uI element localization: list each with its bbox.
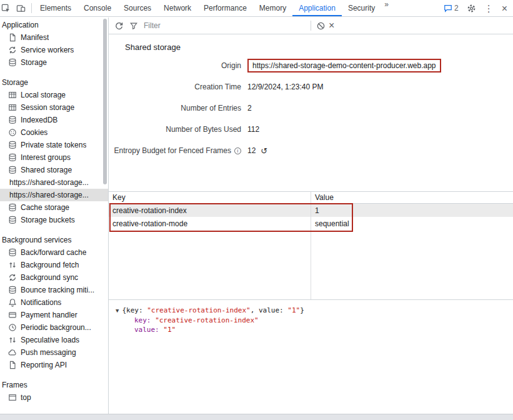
sidebar-item-session-storage[interactable]: Session storage <box>0 101 108 114</box>
sidebar-item-bounce-tracking[interactable]: Bounce tracking miti... <box>0 284 108 296</box>
sidebar-item-cache-storage[interactable]: Cache storage <box>0 201 108 214</box>
shared-storage-panel: × Shared storage Origin https://shared-s… <box>109 18 513 414</box>
application-sidebar: Application Manifest Service workers Sto… <box>0 18 109 414</box>
sidebar-item-label: Storage buckets <box>21 216 75 224</box>
entry-preview-pane: ▼{key: "creative-rotation-index", value:… <box>109 301 513 414</box>
preview-summary-line: ▼{key: "creative-rotation-index", value:… <box>116 306 513 316</box>
payment-card-icon <box>8 311 17 319</box>
filter-funnel-icon <box>129 21 138 30</box>
document-icon <box>8 361 17 369</box>
up-down-arrows-icon <box>8 336 17 344</box>
preview-string: "1" <box>287 306 300 314</box>
horizontal-scrollbar[interactable] <box>0 414 513 420</box>
sidebar-item-label: Shared storage <box>21 166 72 174</box>
sidebar-item-cookies[interactable]: Cookies <box>0 126 108 139</box>
sidebar-item-push-messaging[interactable]: Push messaging <box>0 346 108 359</box>
sidebar-item-label: Session storage <box>21 103 74 112</box>
sidebar-item-shared-storage[interactable]: Shared storage <box>0 164 108 176</box>
caret-down-icon[interactable]: ▼ <box>116 308 119 314</box>
sidebar-item-back-forward-cache[interactable]: Back/forward cache <box>0 246 108 259</box>
tab-network[interactable]: Network <box>157 0 197 16</box>
issues-counter[interactable]: 2 <box>444 4 459 12</box>
database-icon <box>8 248 17 257</box>
sidebar-item-speculative-loads[interactable]: Speculative loads <box>0 334 108 346</box>
sidebar-item-top-frame[interactable]: top <box>0 391 108 404</box>
sidebar-item-service-workers[interactable]: Service workers <box>0 44 108 56</box>
sidebar-item-label: Back/forward cache <box>21 248 86 257</box>
preview-text: } <box>300 306 304 314</box>
refresh-icon[interactable] <box>114 21 124 31</box>
sidebar-item-local-storage[interactable]: Local storage <box>0 89 108 101</box>
sidebar-item-payment-handler[interactable]: Payment handler <box>0 309 108 321</box>
sidebar-item-manifest[interactable]: Manifest <box>0 31 108 44</box>
tab-performance[interactable]: Performance <box>197 0 253 16</box>
field-creation-time: Creation Time 12/9/2024, 1:23:40 PM <box>109 76 513 98</box>
sidebar-item-label: Service workers <box>21 46 74 54</box>
table-grid-icon <box>8 91 17 99</box>
origin-value-highlighted: https://shared-storage-demo-content-prod… <box>247 59 441 72</box>
sidebar-item-background-fetch[interactable]: Background fetch <box>0 259 108 271</box>
field-label: Entropy Budget for Fenced Frames <box>114 146 231 155</box>
info-icon[interactable]: i <box>234 148 241 154</box>
preview-property: value: "1" <box>134 325 513 334</box>
field-number-of-entries: Number of Entries 2 <box>109 98 513 119</box>
property-value: "1" <box>163 326 176 334</box>
settings-gear-icon[interactable] <box>467 4 476 13</box>
field-label: Number of Bytes Used <box>109 125 241 134</box>
entries-value: 2 <box>247 104 252 112</box>
column-header-key[interactable]: Key <box>109 193 311 202</box>
sidebar-item-indexeddb[interactable]: IndexedDB <box>0 114 108 126</box>
field-label: Number of Entries <box>109 104 241 112</box>
filter-input[interactable] <box>144 21 287 30</box>
tab-sources[interactable]: Sources <box>117 0 157 16</box>
delete-all-icon[interactable] <box>316 21 326 31</box>
sidebar-item-shared-storage-origin-1[interactable]: https://shared-storage... <box>0 176 108 189</box>
shared-storage-items-table: Key Value creative-rotation-index 1 crea… <box>109 191 513 300</box>
preview-text: {key: <box>122 306 147 314</box>
devtools-tabbar: Elements Console Sources Network Perform… <box>0 0 513 17</box>
table-grid-icon <box>8 103 17 112</box>
sidebar-item-label: Payment handler <box>21 311 77 319</box>
sidebar-item-notifications[interactable]: Notifications <box>0 296 108 309</box>
cookie-icon <box>8 128 17 137</box>
device-toolbar-icon[interactable] <box>16 4 26 13</box>
sidebar-item-label: Interest groups <box>21 153 71 162</box>
inspect-element-icon[interactable] <box>1 4 11 13</box>
database-icon <box>8 286 17 294</box>
tab-console[interactable]: Console <box>77 0 117 16</box>
sidebar-item-periodic-background-sync[interactable]: Periodic backgroun... <box>0 321 108 334</box>
sidebar-item-reporting-api[interactable]: Reporting API <box>0 359 108 371</box>
cloud-icon <box>8 348 17 357</box>
sidebar-item-background-sync[interactable]: Background sync <box>0 271 108 284</box>
database-icon <box>8 203 17 212</box>
cell-key: creative-rotation-mode <box>109 219 311 228</box>
database-icon <box>8 166 17 174</box>
metadata-fields: Origin https://shared-storage-demo-conte… <box>109 55 513 161</box>
sidebar-item-shared-storage-origin-2[interactable]: https://shared-storage... <box>0 189 108 201</box>
database-icon <box>8 153 17 162</box>
close-devtools-icon[interactable]: × <box>502 4 507 13</box>
reset-budget-icon[interactable]: ↺ <box>261 146 267 156</box>
document-icon <box>8 33 17 42</box>
bell-icon <box>8 298 17 307</box>
delete-selected-icon[interactable]: × <box>329 21 334 30</box>
tab-application[interactable]: Application <box>292 0 342 16</box>
property-name: key: <box>134 316 155 324</box>
sidebar-item-interest-groups[interactable]: Interest groups <box>0 151 108 164</box>
tab-elements[interactable]: Elements <box>34 0 77 16</box>
field-label: Creation Time <box>109 82 241 91</box>
sync-arrows-icon <box>8 273 17 282</box>
tab-security[interactable]: Security <box>342 0 381 16</box>
sidebar-item-storage[interactable]: Storage <box>0 56 108 69</box>
more-tabs-button[interactable]: » <box>381 0 392 16</box>
sidebar-scrollbar-thumb[interactable] <box>103 19 107 184</box>
sidebar-item-label: Notifications <box>21 298 61 307</box>
sidebar-item-storage-buckets[interactable]: Storage buckets <box>0 214 108 226</box>
column-divider[interactable] <box>311 192 311 299</box>
sidebar-item-label: Background fetch <box>21 261 79 269</box>
tab-memory[interactable]: Memory <box>253 0 292 16</box>
page-title: Shared storage <box>125 42 513 52</box>
column-header-value[interactable]: Value <box>311 193 513 202</box>
sidebar-item-private-state-tokens[interactable]: Private state tokens <box>0 139 108 151</box>
kebab-menu-icon[interactable]: ⋮ <box>484 4 494 13</box>
